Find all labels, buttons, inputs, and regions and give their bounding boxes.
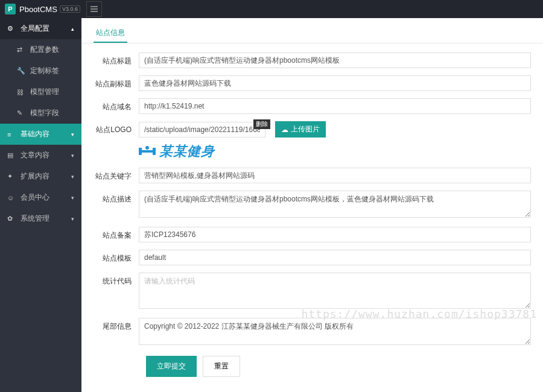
sidebar-label: 系统管理 — [21, 213, 49, 224]
svg-rect-2 — [153, 148, 156, 155]
document-icon: ▤ — [7, 151, 16, 159]
chevron-down-icon: ▾ — [71, 216, 74, 222]
label-footer: 尾部信息 — [94, 318, 139, 332]
logo-preview: 某某健身 — [139, 142, 531, 160]
input-domain[interactable] — [139, 98, 531, 114]
label-template: 站点模板 — [94, 250, 139, 264]
sidebar-item-basic[interactable]: ≡ 基础内容 ▾ — [0, 124, 81, 145]
chevron-down-icon: ▾ — [71, 174, 74, 180]
upload-button[interactable]: ☁ 上传图片 — [275, 121, 326, 138]
sidebar-label: 定制标签 — [30, 66, 59, 76]
label-keywords: 站点关键字 — [94, 168, 139, 182]
link-icon: ⛓ — [17, 89, 25, 96]
sidebar-label: 模型管理 — [30, 87, 59, 97]
chevron-up-icon: ▴ — [71, 26, 74, 32]
logo-text: PbootCMS — [19, 5, 57, 14]
sidebar-label: 全局配置 — [21, 24, 49, 34]
sidebar-item-member[interactable]: ☺ 会员中心 ▾ — [0, 187, 81, 208]
input-template[interactable] — [139, 250, 531, 265]
sidebar-label: 模型字段 — [30, 108, 59, 118]
svg-rect-0 — [140, 150, 154, 153]
tab-site-info[interactable]: 站点信息 — [94, 24, 127, 43]
label-title: 站点标题 — [94, 52, 139, 66]
upload-label: 上传图片 — [291, 124, 320, 134]
label-icp: 站点备案 — [94, 227, 139, 241]
logo-preview-text: 某某健身 — [159, 142, 215, 160]
label-subtitle: 站点副标题 — [94, 75, 139, 89]
version-badge: V3.0.6 — [60, 5, 80, 13]
sidebar-item-extend[interactable]: ✦ 扩展内容 ▾ — [0, 166, 81, 187]
reset-button[interactable]: 重置 — [203, 356, 240, 377]
textarea-footer[interactable]: Copyright © 2012-2022 江苏某某健身器械生产有限公司 版权所… — [139, 318, 531, 345]
textarea-desc[interactable]: (自适应手机端)响应式营销型运动健身器材pbootcms网站模板，蓝色健身器材网… — [139, 191, 531, 218]
tab-bar: 站点信息 — [81, 18, 543, 43]
sidebar-item-params[interactable]: ⇄ 配置参数 — [0, 39, 81, 60]
sidebar-item-system[interactable]: ✿ 系统管理 ▾ — [0, 208, 81, 229]
edit-icon: ✎ — [17, 109, 25, 117]
sidebar: ⚙ 全局配置 ▴ ⇄ 配置参数 🔧 定制标签 ⛓ 模型管理 ✎ 模型字段 ≡ 基… — [0, 18, 81, 392]
puzzle-icon: ✦ — [7, 172, 16, 180]
fitness-icon — [139, 144, 156, 159]
input-icp[interactable] — [139, 227, 531, 242]
menu-toggle-button[interactable] — [86, 1, 102, 17]
site-form: 站点标题 站点副标题 站点域名 站点LOGO 删除 ☁ — [81, 43, 543, 386]
hamburger-icon — [91, 6, 98, 12]
logo-icon: P — [5, 4, 16, 14]
sidebar-item-article[interactable]: ▤ 文章内容 ▾ — [0, 145, 81, 166]
svg-rect-1 — [139, 148, 142, 155]
sidebar-label: 扩展内容 — [21, 171, 49, 182]
cloud-upload-icon: ☁ — [281, 125, 288, 134]
top-bar: P PbootCMS V3.0.6 — [0, 0, 543, 18]
gear-icon: ⚙ — [7, 25, 16, 33]
chevron-down-icon: ▾ — [71, 195, 74, 201]
layers-icon: ≡ — [7, 131, 16, 138]
sidebar-item-global[interactable]: ⚙ 全局配置 ▴ — [0, 18, 81, 39]
sidebar-item-tags[interactable]: 🔧 定制标签 — [0, 60, 81, 81]
submit-button[interactable]: 立即提交 — [146, 356, 197, 377]
sidebar-item-fields[interactable]: ✎ 模型字段 — [0, 103, 81, 124]
label-desc: 站点描述 — [94, 191, 139, 204]
sidebar-label: 配置参数 — [30, 45, 59, 55]
user-icon: ☺ — [7, 194, 16, 201]
tooltip-delete: 删除 — [253, 119, 270, 129]
sidebar-item-models[interactable]: ⛓ 模型管理 — [0, 81, 81, 103]
logo: P PbootCMS V3.0.6 — [0, 4, 85, 14]
main-content: 站点信息 站点标题 站点副标题 站点域名 站点LOGO 删除 — [81, 18, 543, 392]
sidebar-label: 基础内容 — [21, 129, 49, 139]
chevron-down-icon: ▾ — [71, 153, 74, 159]
sidebar-label: 会员中心 — [21, 192, 49, 203]
label-domain: 站点域名 — [94, 98, 139, 112]
input-subtitle[interactable] — [139, 75, 531, 91]
sidebar-label: 文章内容 — [21, 150, 49, 160]
label-logo: 站点LOGO — [94, 121, 139, 135]
svg-point-3 — [145, 146, 149, 150]
input-keywords[interactable] — [139, 168, 531, 183]
chevron-down-icon: ▾ — [71, 131, 74, 138]
textarea-stats[interactable] — [139, 273, 531, 309]
sliders-icon: ⇄ — [17, 46, 25, 54]
cog-icon: ✿ — [7, 215, 16, 223]
wrench-icon: 🔧 — [17, 67, 25, 75]
input-logo-path[interactable] — [139, 122, 265, 138]
label-stats: 统计代码 — [94, 273, 139, 286]
input-title[interactable] — [139, 52, 531, 68]
